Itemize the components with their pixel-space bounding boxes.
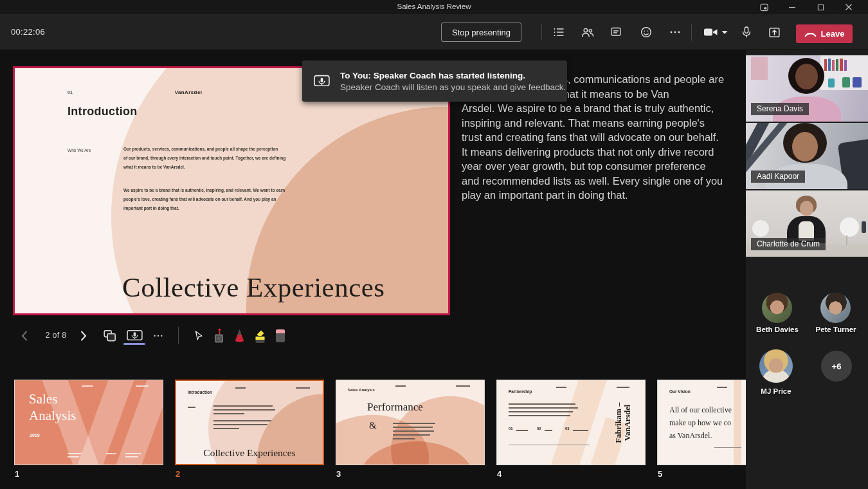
thumb3-header: Sales Analysis xyxy=(348,388,375,392)
slide-heading: Introduction xyxy=(68,105,138,118)
close-icon[interactable] xyxy=(835,0,863,14)
window-controls xyxy=(750,0,863,14)
speaker-coach-icon xyxy=(313,74,330,89)
toolbar-divider xyxy=(541,24,542,41)
mic-icon[interactable] xyxy=(739,25,754,39)
thumbnail-1-number: 1 xyxy=(15,469,19,479)
slide-side-label: Who We Are xyxy=(68,148,91,152)
speaker-coach-active-indicator xyxy=(123,343,145,345)
thumb5-heading: Our Vision xyxy=(669,389,691,394)
chat-icon[interactable] xyxy=(609,25,623,39)
leave-label: Leave xyxy=(821,29,845,39)
video-tile-serena-davis[interactable]: Serena Davis xyxy=(746,55,868,122)
window-titlebar: Sales Analysis Review xyxy=(0,0,868,14)
cursor-pointer-tool[interactable] xyxy=(192,325,205,347)
slide-paragraph-2: We aspire to be a brand that is authenti… xyxy=(123,186,285,214)
toast-title: To You: Speaker Coach has started listen… xyxy=(340,71,566,80)
slide-page-number: 01 xyxy=(68,90,73,95)
thumb1-title: Sales Analysis xyxy=(29,391,77,424)
stop-presenting-button[interactable]: Stop presenting xyxy=(441,23,521,42)
avatar-name-label: Pete Turner xyxy=(804,326,868,333)
minimize-icon[interactable] xyxy=(778,0,806,14)
reactions-icon[interactable] xyxy=(639,25,653,39)
thumbnail-3-number: 3 xyxy=(336,469,341,479)
eraser-tool[interactable] xyxy=(274,325,287,347)
thumbnail-slide-1[interactable]: Sales Analysis 2019 xyxy=(14,380,163,465)
video-tile-charlotte-de-crum[interactable]: Charlotte de Crum xyxy=(746,190,868,257)
thumbnail-slide-3[interactable]: Sales Analysis Performance & xyxy=(336,380,485,465)
highlighter-tool[interactable] xyxy=(252,325,267,347)
video-tile-aadi-kapoor[interactable]: Aadi Kapoor xyxy=(746,123,868,189)
thumb4-vertical-title: Fabrikam – VanArsdel xyxy=(614,384,632,461)
participants-panel: Serena Davis Aadi Kapoor Charlotte de xyxy=(746,50,868,489)
more-options-icon[interactable] xyxy=(668,25,682,39)
meeting-timer: 00:22:06 xyxy=(11,27,45,37)
camera-icon[interactable] xyxy=(701,25,721,39)
window-title: Sales Analysis Review xyxy=(0,3,868,10)
thumb3-ampersand: & xyxy=(369,420,377,431)
speaker-coach-toast: To You: Speaker Coach has started listen… xyxy=(302,60,567,102)
meeting-toolbar: 00:22:06 Stop presenting xyxy=(0,14,868,50)
overflow-participants-chip[interactable]: +6 xyxy=(821,351,852,382)
avatar-beth-davies[interactable] xyxy=(762,293,792,323)
slide-paragraph-1: Our products, services, communications, … xyxy=(123,145,285,172)
video-name-label: Aadi Kapoor xyxy=(751,171,805,183)
teams-meeting-window: Sales Analysis Review 00:22:06 Stop pres… xyxy=(0,0,868,489)
thumbnail-2-number: 2 xyxy=(176,469,180,479)
toast-subtitle: Speaker Coach will listen as you speak a… xyxy=(340,82,566,92)
thumb4-marker-1: 01 xyxy=(509,427,513,430)
camera-dropdown-icon[interactable] xyxy=(720,25,729,39)
pen-tool[interactable] xyxy=(232,325,246,347)
avatar-name-label: MJ Price xyxy=(744,387,808,395)
next-slide-button[interactable] xyxy=(78,325,89,347)
laser-pointer-tool[interactable] xyxy=(212,325,226,347)
thumbnail-slide-2-selected[interactable]: Introduction Collective Experiences xyxy=(175,380,324,465)
pip-icon[interactable] xyxy=(750,0,778,14)
video-name-label: Serena Davis xyxy=(751,103,809,115)
thumb3-title: Performance xyxy=(367,401,423,414)
controls-divider xyxy=(178,327,179,344)
avatar-pete-turner[interactable] xyxy=(820,293,851,323)
thumb5-text: All of our collective make up how we co … xyxy=(669,403,732,442)
maximize-icon[interactable] xyxy=(806,0,835,14)
presentation-stage: 01 VanArsdel Introduction Who We Are Our… xyxy=(0,50,746,489)
avatar-mj-price[interactable] xyxy=(759,349,793,383)
share-screen-icon[interactable] xyxy=(767,25,781,39)
thumb4-marker-3: 03 xyxy=(565,427,570,430)
slide-brand-logo: VanArsdel xyxy=(175,89,203,95)
participants-icon[interactable] xyxy=(580,25,594,39)
slide-grid-icon[interactable] xyxy=(100,325,120,347)
thumb4-heading: Partnership xyxy=(509,389,532,394)
hangup-icon xyxy=(804,31,817,37)
previous-slide-button[interactable] xyxy=(19,325,30,347)
more-tools-icon[interactable] xyxy=(150,325,166,347)
thumb2-title: Collective Experiences xyxy=(203,447,295,459)
thumbnail-5-number: 5 xyxy=(658,469,662,479)
slide-position-label: 2 of 8 xyxy=(37,331,75,340)
leave-button[interactable]: Leave xyxy=(796,24,853,43)
slide-title: Collective Experiences xyxy=(122,272,385,303)
video-name-label: Charlotte de Crum xyxy=(751,238,826,250)
thumb1-year: 2019 xyxy=(30,433,40,438)
thumbnail-4-number: 4 xyxy=(497,469,502,479)
current-slide-preview[interactable]: 01 VanArsdel Introduction Who We Are Our… xyxy=(13,66,450,315)
toolbar-divider xyxy=(691,24,692,41)
thumbnail-slide-4[interactable]: Partnership 01 02 03 Fabrikam – VanArsde… xyxy=(496,380,646,465)
thumb4-marker-2: 02 xyxy=(537,427,541,430)
avatar-name-label: Beth Davies xyxy=(745,326,809,333)
thumb2-heading: Introduction xyxy=(188,390,212,394)
meeting-notes-icon[interactable] xyxy=(552,25,566,39)
